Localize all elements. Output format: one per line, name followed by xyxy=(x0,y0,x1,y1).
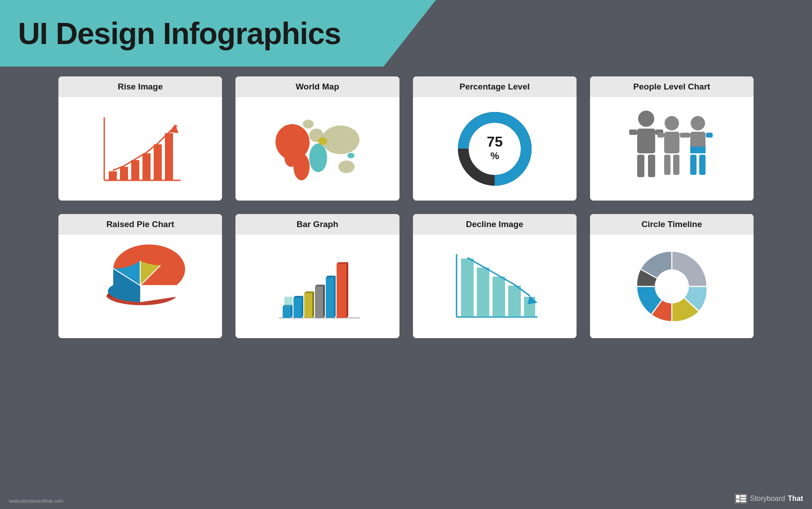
svg-rect-72 xyxy=(493,277,505,317)
bar-graph-svg xyxy=(270,244,364,329)
storyboard-logo-icon xyxy=(735,494,747,504)
svg-rect-2 xyxy=(109,171,117,180)
svg-marker-65 xyxy=(312,291,314,318)
header-banner: UI Design Infographics xyxy=(0,0,436,67)
svg-rect-26 xyxy=(637,129,655,153)
card-content-world-map xyxy=(235,97,399,201)
svg-rect-87 xyxy=(741,495,746,497)
svg-rect-85 xyxy=(736,495,740,499)
svg-text:%: % xyxy=(490,150,499,161)
card-title-raised-pie-chart: Raised Pie Chart xyxy=(58,214,222,235)
circle-timeline-svg xyxy=(627,244,717,329)
svg-rect-51 xyxy=(284,297,293,307)
svg-point-12 xyxy=(293,153,310,180)
svg-point-25 xyxy=(638,111,654,127)
svg-rect-43 xyxy=(706,133,713,138)
svg-rect-3 xyxy=(120,167,128,180)
card-content-people-level-chart xyxy=(590,97,754,201)
svg-rect-33 xyxy=(664,155,670,175)
svg-rect-88 xyxy=(741,498,746,500)
card-percentage-level: Percentage Level 75 % xyxy=(413,76,577,201)
svg-rect-54 xyxy=(304,293,312,318)
card-title-world-map: World Map xyxy=(235,76,399,97)
footer-brand-that: That xyxy=(788,495,803,503)
card-content-bar-graph xyxy=(235,235,399,338)
svg-point-14 xyxy=(309,143,327,172)
card-content-decline-image xyxy=(413,235,577,338)
rise-image-chart xyxy=(95,108,185,189)
footer-website: www.storyboardthat.com xyxy=(9,498,63,504)
card-raised-pie-chart: Raised Pie Chart xyxy=(58,214,222,338)
svg-rect-39 xyxy=(690,147,706,153)
svg-rect-86 xyxy=(736,500,740,502)
svg-point-17 xyxy=(338,161,355,173)
page-title: UI Design Infographics xyxy=(18,16,341,51)
card-title-people-level-chart: People Level Chart xyxy=(590,76,754,97)
svg-text:75: 75 xyxy=(487,134,503,150)
svg-rect-41 xyxy=(699,155,706,175)
svg-rect-70 xyxy=(461,259,474,317)
svg-rect-60 xyxy=(337,264,346,318)
svg-rect-5 xyxy=(142,153,151,180)
card-title-bar-graph: Bar Graph xyxy=(235,214,399,235)
svg-marker-64 xyxy=(323,285,325,318)
svg-rect-6 xyxy=(154,144,162,180)
card-content-raised-pie-chart xyxy=(58,235,222,338)
grid-container: Rise Image World Map xyxy=(58,76,754,338)
svg-marker-67 xyxy=(291,305,293,318)
card-bar-graph: Bar Graph xyxy=(235,214,399,338)
svg-rect-34 xyxy=(673,155,679,175)
raised-pie-svg xyxy=(93,244,187,329)
people-chart-svg xyxy=(625,106,719,192)
card-content-percentage-level: 75 % xyxy=(413,97,577,201)
svg-point-18 xyxy=(318,137,327,145)
footer-brand-storyboard: Storyboard xyxy=(750,495,785,503)
svg-marker-62 xyxy=(346,262,348,318)
svg-rect-58 xyxy=(326,277,334,318)
card-circle-timeline: Circle Timeline xyxy=(590,214,754,338)
svg-rect-49 xyxy=(283,307,291,318)
svg-rect-56 xyxy=(315,286,323,318)
card-title-decline-image: Decline Image xyxy=(413,214,577,235)
card-world-map: World Map xyxy=(235,76,399,201)
percentage-donut-svg: 75 % xyxy=(452,106,537,192)
svg-rect-7 xyxy=(165,133,173,180)
footer-logo: StoryboardThat xyxy=(735,494,803,504)
svg-rect-52 xyxy=(293,298,302,318)
svg-rect-42 xyxy=(683,133,690,138)
svg-rect-71 xyxy=(477,268,489,317)
svg-marker-61 xyxy=(337,262,348,264)
card-title-percentage-level: Percentage Level xyxy=(413,76,577,97)
card-content-circle-timeline xyxy=(590,235,754,338)
svg-rect-89 xyxy=(741,500,746,502)
svg-point-19 xyxy=(347,153,355,158)
svg-rect-27 xyxy=(637,155,644,177)
svg-rect-28 xyxy=(648,155,655,177)
card-title-circle-timeline: Circle Timeline xyxy=(590,214,754,235)
svg-point-37 xyxy=(691,116,705,130)
card-decline-image: Decline Image xyxy=(413,214,577,338)
card-rise-image: Rise Image xyxy=(58,76,222,201)
svg-rect-29 xyxy=(629,129,637,135)
card-people-level-chart: People Level Chart xyxy=(590,76,754,201)
svg-marker-66 xyxy=(302,296,303,318)
svg-rect-32 xyxy=(664,132,679,153)
svg-rect-4 xyxy=(131,160,139,180)
svg-point-31 xyxy=(665,116,679,130)
svg-point-15 xyxy=(322,125,359,154)
card-content-rise-image xyxy=(58,97,222,201)
svg-rect-40 xyxy=(690,155,697,175)
svg-rect-73 xyxy=(508,286,521,317)
svg-marker-63 xyxy=(334,276,336,318)
world-map-svg xyxy=(268,111,367,187)
svg-point-16 xyxy=(303,120,314,129)
svg-rect-35 xyxy=(657,133,664,138)
card-title-rise-image: Rise Image xyxy=(58,76,222,97)
decline-chart-svg xyxy=(448,245,542,328)
